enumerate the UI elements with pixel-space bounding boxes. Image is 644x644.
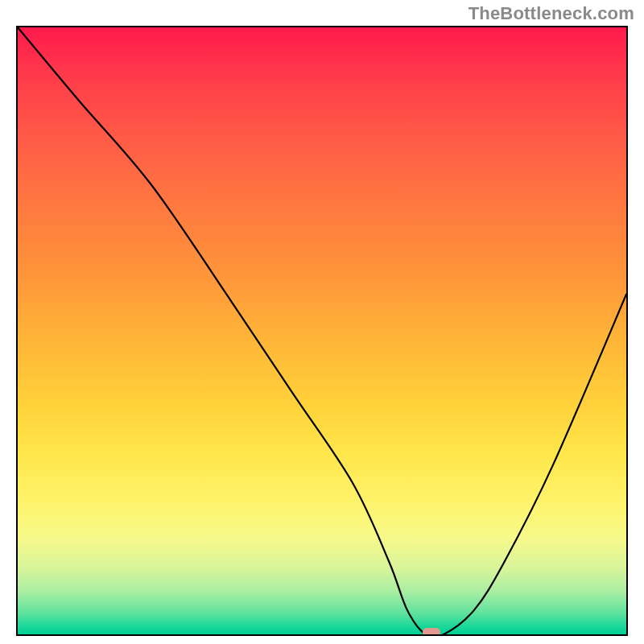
bottleneck-curve: [18, 27, 626, 634]
chart-container: TheBottleneck.com: [0, 0, 644, 644]
optimum-marker: [423, 628, 440, 636]
attribution-label: TheBottleneck.com: [469, 3, 634, 24]
plot-frame: [16, 26, 628, 636]
